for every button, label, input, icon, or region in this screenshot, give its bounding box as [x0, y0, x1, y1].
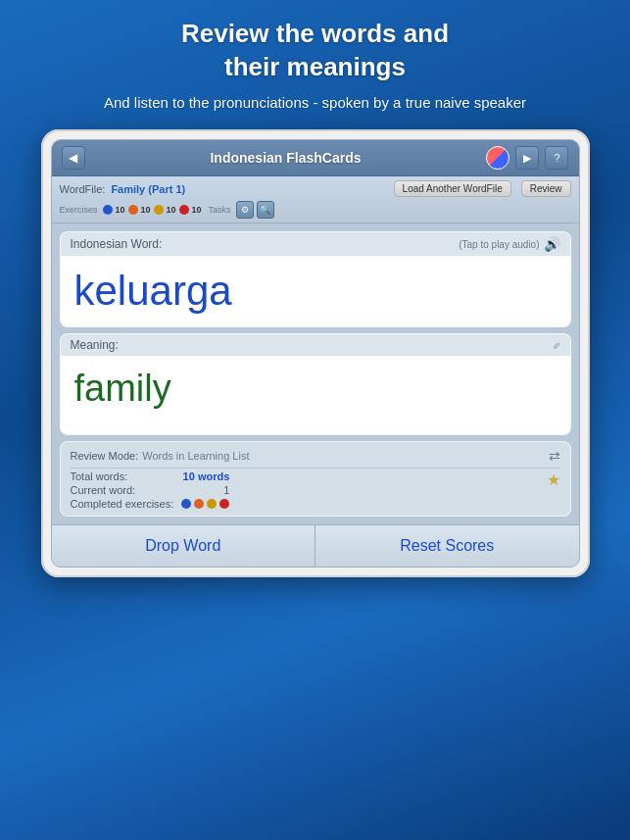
meaning-label: Meaning: — [71, 338, 119, 352]
completed-row: Completed exercises: — [71, 498, 230, 510]
load-wordfile-button[interactable]: Load Another WordFile — [394, 180, 511, 197]
shuffle-icon[interactable]: ⇄ — [549, 448, 560, 464]
total-label: Total words: — [71, 470, 128, 482]
review-mode-row: Review Mode: Words in Learning List ⇄ — [71, 448, 560, 464]
word-section-label: Indonesian Word: — [71, 237, 163, 251]
word-section: Indonesian Word: (Tap to play audio) 🔊 k… — [60, 231, 571, 327]
device-frame: ◀ Indonesian FlashCards ▶ ? WordFile: Fa… — [41, 129, 590, 577]
score-dot-blue — [103, 205, 113, 215]
audio-hint[interactable]: (Tap to play audio) 🔊 — [459, 236, 559, 252]
title-bar-right: ▶ ? — [486, 146, 568, 170]
divider — [71, 468, 560, 469]
indonesian-word: keluarga — [74, 268, 557, 315]
word-content: keluarga — [61, 256, 570, 326]
exercises-label: Exercises — [60, 205, 98, 215]
review-mode-value: Words in Learning List — [142, 450, 249, 462]
wordfile-label: WordFile: — [60, 183, 106, 195]
score-dot-yellow — [154, 205, 164, 215]
star-icon[interactable]: ★ — [547, 470, 560, 489]
forward-button[interactable]: ▶ — [515, 146, 539, 170]
completed-dots — [181, 499, 229, 509]
total-value: 10 words — [183, 470, 230, 482]
review-mode-label: Review Mode: — [71, 450, 139, 462]
score-dot-orange — [128, 205, 138, 215]
exercises-section: Exercises 10 10 10 10 Tasks ⚙ 🔍 — [60, 201, 274, 219]
reset-scores-button[interactable]: Reset Scores — [315, 525, 579, 567]
score-dot-red — [179, 205, 189, 215]
main-content: Indonesian Word: (Tap to play audio) 🔊 k… — [52, 223, 579, 524]
app-header: Review the words and their meanings And … — [65, 0, 565, 124]
title-bar-left: ◀ — [62, 146, 85, 170]
meaning-section: Meaning: ✏ family — [60, 333, 571, 435]
search-tool-button[interactable]: 🔍 — [257, 201, 274, 219]
completed-dot-red — [219, 499, 229, 509]
bottom-buttons: Drop Word Reset Scores — [52, 524, 579, 567]
score-red: 10 — [192, 205, 202, 215]
avatar-icon[interactable] — [486, 146, 509, 170]
score-blue: 10 — [116, 205, 125, 215]
score-orange: 10 — [141, 205, 151, 215]
completed-dot-blue — [181, 499, 191, 509]
completed-dot-yellow — [207, 499, 217, 509]
current-value: 1 — [223, 484, 229, 496]
current-label: Current word: — [71, 484, 136, 496]
completed-label: Completed exercises: — [71, 498, 174, 510]
meaning-content: family — [61, 356, 570, 434]
wordfile-name: Family (Part 1) — [111, 183, 185, 195]
meaning-word: family — [74, 368, 557, 410]
wordfile-left: WordFile: Family (Part 1) — [60, 183, 186, 195]
drop-word-button[interactable]: Drop Word — [52, 525, 316, 567]
help-button[interactable]: ? — [545, 146, 568, 170]
wordfile-bar: WordFile: Family (Part 1) Load Another W… — [52, 176, 579, 223]
edit-icon[interactable]: ✏ — [550, 338, 562, 351]
device-screen: ◀ Indonesian FlashCards ▶ ? WordFile: Fa… — [51, 139, 580, 568]
completed-dot-orange — [194, 499, 204, 509]
current-word-row: Current word: 1 — [71, 484, 230, 496]
main-title: Review the words and their meanings — [104, 18, 526, 84]
wordfile-controls: Load Another WordFile Review — [394, 180, 571, 197]
word-section-header: Indonesian Word: (Tap to play audio) 🔊 — [61, 232, 570, 256]
stats-details: Total words: 10 words Current word: 1 Co… — [71, 470, 230, 510]
settings-tool-button[interactable]: ⚙ — [236, 201, 254, 219]
back-button[interactable]: ◀ — [62, 146, 85, 170]
subtitle: And listen to the pronunciations - spoke… — [104, 92, 526, 115]
audio-icon: 🔊 — [544, 236, 560, 252]
review-button[interactable]: Review — [521, 180, 571, 197]
meaning-section-header: Meaning: ✏ — [61, 334, 570, 356]
tasks-label: Tasks — [209, 205, 231, 215]
stats-bar: Review Mode: Words in Learning List ⇄ To… — [60, 441, 571, 517]
title-bar: ◀ Indonesian FlashCards ▶ ? — [52, 140, 579, 176]
app-title: Indonesian FlashCards — [210, 150, 361, 166]
score-yellow: 10 — [167, 205, 176, 215]
total-words-row: Total words: 10 words — [71, 470, 230, 482]
